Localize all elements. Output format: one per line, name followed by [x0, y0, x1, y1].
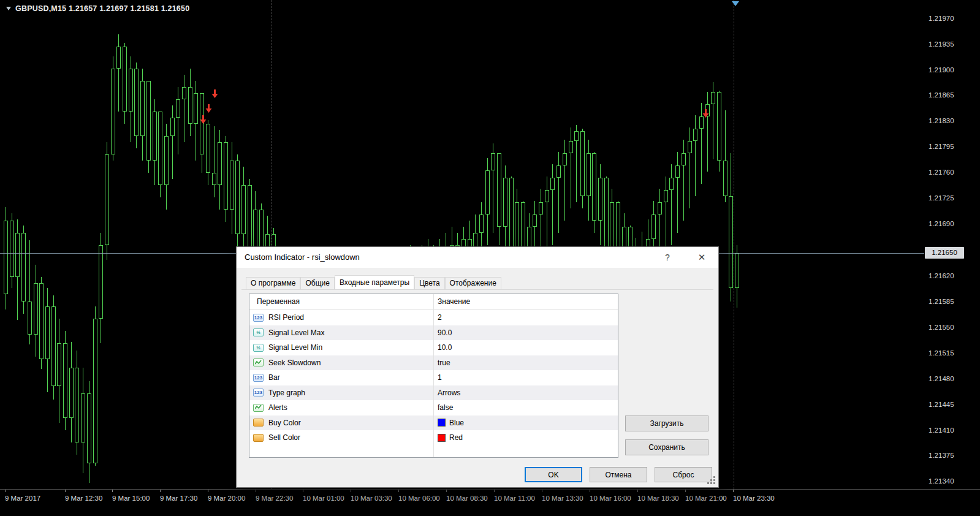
- tab-цвета[interactable]: Цвета: [414, 277, 444, 289]
- candlestick: [69, 368, 74, 418]
- parameter-value-cell[interactable]: Blue: [438, 415, 464, 431]
- time-axis-tick: [733, 490, 734, 492]
- price-axis[interactable]: 1.21650 1.219701.219351.219001.218651.21…: [924, 0, 980, 489]
- dialog-titlebar[interactable]: Custom Indicator - rsi_slowdown ? ✕: [237, 247, 718, 268]
- close-button[interactable]: ✕: [689, 247, 715, 268]
- candlestick: [539, 202, 543, 214]
- parameter-value-cell[interactable]: Arrows: [438, 385, 460, 401]
- candle-wick: [671, 164, 672, 245]
- candle-wick: [547, 176, 547, 257]
- ok-button[interactable]: OK: [525, 467, 582, 482]
- candlestick: [146, 81, 151, 161]
- parameter-value-cell[interactable]: Red: [438, 430, 463, 446]
- candlestick: [241, 185, 246, 234]
- resize-grip[interactable]: [713, 482, 715, 484]
- parameter-value: 1: [438, 373, 442, 382]
- candlestick: [729, 196, 733, 288]
- candlestick: [235, 161, 240, 234]
- dialog-tabs: О программеОбщиеВходные параметрыЦветаОт…: [246, 276, 501, 289]
- candlestick: [15, 233, 20, 277]
- bool-type-icon: [253, 404, 264, 412]
- time-axis-label: 10 Mar 11:00: [494, 495, 535, 502]
- candlestick: [550, 178, 555, 190]
- tab-о-программе[interactable]: О программе: [246, 277, 300, 289]
- time-axis-tick: [446, 490, 447, 492]
- price-axis-label: 1.21375: [929, 450, 954, 460]
- parameter-value-cell[interactable]: 1: [438, 370, 442, 385]
- color-swatch: [438, 434, 446, 442]
- candle-wick: [558, 152, 559, 233]
- price-axis-label: 1.21900: [929, 65, 954, 75]
- tab-входные-параметры[interactable]: Входные параметры: [335, 275, 414, 289]
- candlestick: [485, 170, 490, 214]
- tab-отображение[interactable]: Отображение: [445, 277, 501, 289]
- column-header-variable: Переменная: [257, 294, 300, 309]
- time-axis-label: 10 Mar 23:30: [733, 495, 775, 502]
- candlestick: [592, 153, 596, 221]
- candlestick: [176, 99, 180, 118]
- time-axis-tick: [637, 490, 638, 492]
- tab-общие[interactable]: Общие: [300, 277, 334, 289]
- candlestick: [610, 202, 614, 251]
- time-axis-label: 10 Mar 21:00: [685, 495, 727, 502]
- time-axis-tick: [5, 490, 6, 492]
- parameter-value-cell[interactable]: 10.0: [438, 340, 452, 355]
- candlestick: [34, 283, 38, 335]
- double-type-icon: ½: [253, 344, 264, 352]
- price-axis-label: 1.21935: [929, 39, 954, 49]
- save-button[interactable]: Сохранить: [625, 439, 708, 455]
- candlestick: [587, 153, 591, 196]
- candlestick: [604, 178, 609, 251]
- parameters-table: Переменная Значение 123RSI Period2½Signa…: [249, 294, 618, 458]
- candlestick: [658, 202, 662, 214]
- candlestick: [57, 343, 61, 386]
- candlestick: [99, 245, 103, 319]
- parameter-value-cell[interactable]: 90.0: [438, 325, 452, 341]
- parameter-value-cell[interactable]: false: [438, 400, 453, 415]
- color-type-icon: [253, 419, 264, 427]
- candlestick: [134, 69, 139, 136]
- candlestick: [509, 178, 514, 257]
- time-axis-tick: [160, 490, 161, 492]
- parameter-value-cell[interactable]: 2: [438, 310, 442, 325]
- candlestick: [497, 153, 501, 227]
- candlestick: [10, 221, 14, 277]
- parameter-name: Alerts: [268, 403, 287, 412]
- int-type-icon: 123: [253, 389, 264, 396]
- price-axis-label: 1.21760: [929, 167, 954, 177]
- candlestick: [170, 118, 175, 136]
- parameter-name: Bar: [268, 373, 280, 382]
- candlestick: [194, 93, 198, 124]
- parameter-value-cell[interactable]: true: [438, 355, 450, 371]
- candlestick: [569, 141, 573, 153]
- candle-wick: [677, 152, 678, 233]
- help-button[interactable]: ?: [655, 247, 680, 268]
- column-divider: [433, 294, 434, 457]
- candle-wick: [701, 103, 702, 184]
- time-axis-label: 10 Mar 03:30: [351, 495, 392, 502]
- int-type-icon: 123: [253, 374, 264, 382]
- candlestick: [574, 131, 579, 141]
- time-axis-label: 10 Mar 18:30: [637, 495, 679, 502]
- parameter-name-cell: 123RSI Period: [253, 310, 430, 325]
- candlestick: [675, 165, 680, 178]
- load-button[interactable]: Загрузить: [625, 415, 708, 431]
- time-axis[interactable]: 9 Mar 20179 Mar 12:309 Mar 15:009 Mar 17…: [0, 489, 980, 516]
- cancel-button[interactable]: Отмена: [590, 467, 647, 482]
- candle-wick: [214, 126, 215, 197]
- parameter-name: Sell Color: [268, 433, 300, 442]
- parameter-name-cell: Buy Color: [253, 415, 430, 431]
- candlestick: [4, 221, 8, 294]
- parameter-name-cell: Seek Slowdown: [253, 355, 430, 371]
- sell-arrow-icon: [200, 115, 207, 124]
- column-header-value: Значение: [438, 294, 470, 309]
- time-axis-label: 10 Mar 08:30: [446, 495, 488, 502]
- parameter-value: true: [438, 359, 450, 367]
- candlestick: [51, 306, 56, 386]
- candlestick: [188, 87, 192, 124]
- candle-wick: [172, 105, 173, 179]
- int-type-icon: 123: [253, 314, 264, 322]
- candlestick: [182, 87, 186, 99]
- reset-button[interactable]: Сброс: [655, 467, 712, 482]
- candle-wick: [178, 87, 178, 154]
